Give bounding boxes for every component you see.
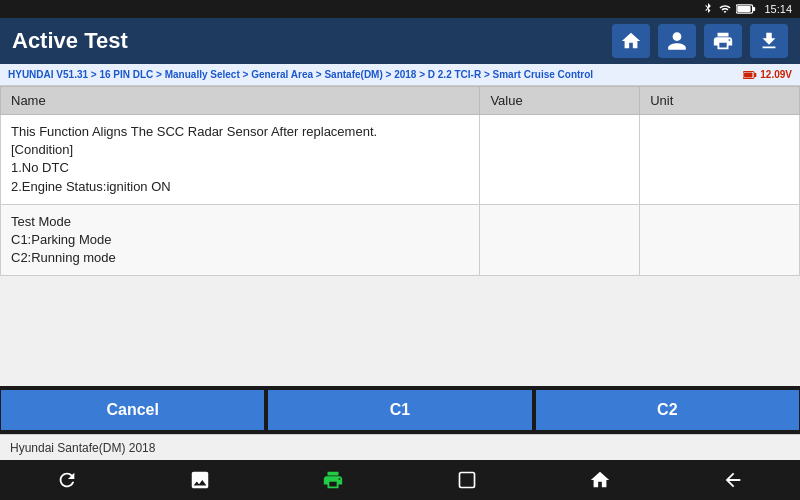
- home-nav-icon: [589, 469, 611, 491]
- voltage-display: 12.09V: [743, 69, 792, 80]
- battery-icon: [736, 3, 756, 15]
- title-bar: Active Test: [0, 18, 800, 64]
- image-nav-button[interactable]: [180, 463, 220, 497]
- svg-rect-4: [754, 72, 756, 76]
- cell-unit-1: [640, 204, 800, 276]
- action-button-bar: Cancel C1 C2: [0, 386, 800, 434]
- svg-rect-5: [744, 72, 752, 77]
- c1-button[interactable]: C1: [268, 390, 531, 430]
- data-table: Name Value Unit This Function Aligns The…: [0, 86, 800, 276]
- svg-rect-2: [738, 6, 751, 12]
- refresh-icon: [56, 469, 78, 491]
- col-header-value: Value: [480, 87, 640, 115]
- status-bar: 15:14: [0, 0, 800, 18]
- print-nav-icon: [322, 469, 344, 491]
- footer-device-info: Hyundai Santafe(DM) 2018: [10, 441, 155, 455]
- bottom-nav: [0, 460, 800, 500]
- table-header-row: Name Value Unit: [1, 87, 800, 115]
- square-nav-button[interactable]: [447, 463, 487, 497]
- breadcrumb: HYUNDAI V51.31 > 16 PIN DLC > Manually S…: [8, 69, 743, 80]
- print-button[interactable]: [704, 24, 742, 58]
- refresh-nav-button[interactable]: [47, 463, 87, 497]
- svg-rect-6: [459, 473, 474, 488]
- status-icons: 15:14: [702, 3, 792, 15]
- time-display: 15:14: [764, 3, 792, 15]
- battery-small-icon: [743, 70, 757, 80]
- col-header-unit: Unit: [640, 87, 800, 115]
- print-icon: [712, 30, 734, 52]
- c2-button[interactable]: C2: [536, 390, 799, 430]
- cancel-button[interactable]: Cancel: [1, 390, 264, 430]
- image-icon: [189, 469, 211, 491]
- cell-unit-0: [640, 115, 800, 205]
- title-action-icons: [612, 24, 788, 58]
- page-title: Active Test: [12, 28, 612, 54]
- export-icon: [758, 30, 780, 52]
- col-header-name: Name: [1, 87, 480, 115]
- table-row: Test Mode C1:Parking Mode C2:Running mod…: [1, 204, 800, 276]
- cell-name-0: This Function Aligns The SCC Radar Senso…: [1, 115, 480, 205]
- signal-icon: [718, 3, 732, 15]
- bluetooth-icon: [702, 3, 714, 15]
- svg-rect-1: [753, 7, 756, 11]
- breadcrumb-bar: HYUNDAI V51.31 > 16 PIN DLC > Manually S…: [0, 64, 800, 86]
- print-nav-button[interactable]: [313, 463, 353, 497]
- cell-name-1: Test Mode C1:Parking Mode C2:Running mod…: [1, 204, 480, 276]
- footer-bar: Hyundai Santafe(DM) 2018: [0, 434, 800, 460]
- square-icon: [457, 470, 477, 490]
- cell-value-0: [480, 115, 640, 205]
- home-nav-button[interactable]: [580, 463, 620, 497]
- back-icon: [722, 469, 744, 491]
- export-button[interactable]: [750, 24, 788, 58]
- cell-value-1: [480, 204, 640, 276]
- person-button[interactable]: [658, 24, 696, 58]
- back-nav-button[interactable]: [713, 463, 753, 497]
- home-icon: [620, 30, 642, 52]
- data-table-container: Name Value Unit This Function Aligns The…: [0, 86, 800, 386]
- table-row: This Function Aligns The SCC Radar Senso…: [1, 115, 800, 205]
- person-icon: [666, 30, 688, 52]
- home-button[interactable]: [612, 24, 650, 58]
